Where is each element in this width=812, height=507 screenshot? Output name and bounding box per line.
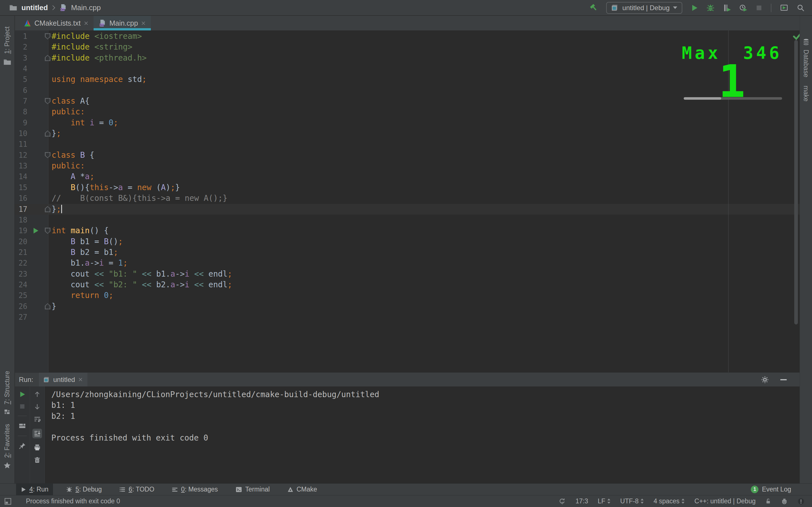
- unlock-icon[interactable]: [765, 498, 771, 504]
- gutter-fold-column: [44, 247, 51, 258]
- line-number: 15: [15, 182, 28, 193]
- encoding-select[interactable]: UTF-8: [620, 497, 644, 505]
- fold-marker-icon[interactable]: [45, 98, 50, 104]
- line-number: 21: [15, 247, 28, 258]
- fold-marker-icon[interactable]: [45, 152, 50, 158]
- soft-wrap-button-icon[interactable]: [34, 416, 41, 423]
- code-text[interactable]: // B(const B&){this->a = new A();}: [51, 193, 800, 204]
- encoding-value: UTF-8: [620, 497, 639, 505]
- code-text[interactable]: };: [51, 128, 800, 139]
- rerun-button-icon[interactable]: [19, 391, 26, 398]
- gutter-run-column: [28, 215, 44, 225]
- breadcrumb-file[interactable]: Main.cpp: [71, 3, 101, 12]
- run-anything-icon[interactable]: [780, 4, 788, 12]
- event-log-widget[interactable]: 1 Event Log: [751, 483, 791, 495]
- fold-marker-icon[interactable]: [45, 55, 50, 61]
- code-text[interactable]: class B {: [51, 150, 800, 161]
- line-number: 22: [15, 258, 28, 269]
- stop-button-icon[interactable]: [19, 403, 26, 409]
- toolwindow-button-6-todo[interactable]: 6: TODO: [115, 484, 159, 495]
- code-text[interactable]: A *a;: [51, 171, 800, 182]
- run-line-icon[interactable]: [34, 228, 38, 233]
- next-occurrence-button-icon[interactable]: [34, 403, 41, 410]
- run-console-output[interactable]: /Users/zhongkaining/CLionProjects/untitl…: [45, 386, 800, 483]
- toolwindow-button-cmake[interactable]: CMake: [283, 484, 322, 495]
- code-text[interactable]: cout << "b1: " << b1.a->i << endl;: [51, 269, 800, 279]
- code-text[interactable]: B(){this->a = new (A);}: [51, 182, 800, 193]
- scroll-to-end-button-icon[interactable]: [33, 429, 42, 438]
- profiler-icon[interactable]: [739, 4, 747, 12]
- code-text[interactable]: int i = 0;: [51, 117, 800, 128]
- toolwindow-button-4-run[interactable]: 4: Run: [16, 484, 53, 495]
- line-number: 9: [15, 117, 28, 128]
- breadcrumb-project[interactable]: untitled: [21, 3, 48, 12]
- highlighting-level-icon[interactable]: [781, 498, 788, 505]
- code-text[interactable]: return 0;: [51, 290, 800, 301]
- run-icon[interactable]: [691, 4, 698, 11]
- close-icon[interactable]: [141, 21, 146, 25]
- sidebar-item-make[interactable]: make: [802, 86, 810, 101]
- editor-tab-main-cpp[interactable]: C++Main.cpp: [94, 16, 151, 31]
- toolwindow-button-0-messages[interactable]: 0: Messages: [167, 484, 222, 495]
- debug-icon[interactable]: [707, 4, 714, 12]
- code-text[interactable]: b1.a->i = 1;: [51, 258, 800, 269]
- inspection-ok-icon[interactable]: [792, 31, 800, 41]
- fold-marker-icon[interactable]: [45, 303, 50, 309]
- fold-marker-icon[interactable]: [45, 206, 50, 212]
- run-tab-label: untitled: [53, 376, 75, 384]
- gutter-fold-column: [44, 31, 51, 42]
- toolwindow-button-5-debug[interactable]: 5: Debug: [61, 484, 106, 495]
- sidebar-item-7-structure[interactable]: 7: Structure: [3, 371, 11, 415]
- code-editor[interactable]: 1#include <iostream>2#include <string>3#…: [15, 31, 800, 372]
- run-configuration-select[interactable]: untitled | Debug: [606, 2, 682, 14]
- run-with-coverage-icon[interactable]: [723, 4, 731, 12]
- stop-icon[interactable]: [756, 4, 762, 11]
- code-text[interactable]: }: [51, 301, 800, 312]
- print-button-icon[interactable]: [34, 444, 41, 451]
- editor-tab-cmakelists-txt[interactable]: CMakeLists.txt: [18, 16, 94, 31]
- code-text[interactable]: int main() {: [51, 225, 800, 236]
- sidebar-item-database[interactable]: Database: [802, 38, 810, 77]
- code-text[interactable]: };: [51, 204, 800, 215]
- search-everywhere-icon[interactable]: [797, 4, 805, 12]
- breadcrumb-chevron-icon: [52, 5, 56, 11]
- code-text[interactable]: public:: [51, 107, 800, 117]
- prev-occurrence-button-icon[interactable]: [34, 391, 41, 398]
- settings-gear-icon[interactable]: [761, 376, 769, 384]
- right-tool-stripe: Databasemake: [800, 16, 812, 483]
- code-text[interactable]: #include <iostream>: [51, 31, 800, 42]
- sidebar-item-1-project[interactable]: 1: Project: [3, 26, 11, 66]
- minimize-icon[interactable]: [779, 376, 788, 384]
- code-text[interactable]: [51, 312, 800, 323]
- caret-position-widget[interactable]: 17:3: [575, 497, 588, 505]
- code-text[interactable]: [51, 139, 800, 150]
- code-text[interactable]: B b1 = B();: [51, 236, 800, 247]
- code-line: 14 A *a;: [15, 171, 800, 182]
- gutter-fold-column: [44, 74, 51, 85]
- indent-select[interactable]: 4 spaces: [654, 497, 685, 505]
- code-text[interactable]: B b2 = b1;: [51, 247, 800, 258]
- code-text[interactable]: public:: [51, 161, 800, 171]
- line-ending-select[interactable]: LF: [598, 497, 611, 505]
- build-hammer-icon[interactable]: [589, 4, 598, 12]
- code-text[interactable]: cout << "b2: " << b2.a->i << endl;: [51, 279, 800, 290]
- resolve-context-widget[interactable]: C++: untitled | Debug: [695, 497, 756, 505]
- toolwindow-button-label: 5: Debug: [75, 486, 102, 493]
- editor-scrollbar[interactable]: [794, 40, 798, 325]
- clear-console-button-icon[interactable]: [34, 457, 41, 464]
- ide-errors-icon[interactable]: [797, 498, 805, 505]
- close-icon[interactable]: [84, 21, 89, 25]
- pin-tab-button-icon[interactable]: [18, 442, 26, 450]
- fold-marker-icon[interactable]: [45, 228, 50, 234]
- tool-windows-icon[interactable]: [4, 497, 12, 505]
- gutter-fold-column: [44, 42, 51, 52]
- fold-marker-icon[interactable]: [45, 33, 50, 40]
- close-icon[interactable]: [78, 377, 83, 382]
- toolwindow-button-terminal[interactable]: Terminal: [231, 484, 274, 495]
- sidebar-item-2-favorites[interactable]: 2: Favorites: [3, 424, 11, 469]
- code-text[interactable]: [51, 215, 800, 225]
- fold-marker-icon[interactable]: [45, 130, 50, 136]
- refresh-question-icon[interactable]: ?: [559, 498, 566, 505]
- restore-layout-button-icon[interactable]: [18, 422, 26, 430]
- run-tab-untitled[interactable]: untitled: [39, 373, 87, 386]
